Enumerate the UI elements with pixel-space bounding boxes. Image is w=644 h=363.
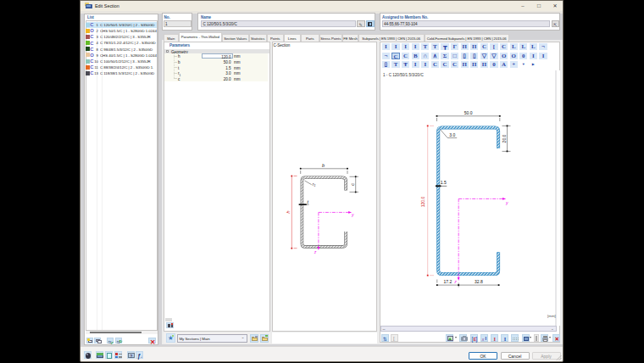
- svg-text:50.0: 50.0: [464, 110, 473, 115]
- svg-text:17.2: 17.2: [444, 279, 452, 284]
- svg-text:z: z: [453, 279, 457, 284]
- svg-text:20.0: 20.0: [502, 134, 507, 142]
- svg-text:y: y: [505, 200, 508, 205]
- svg-text:r1: r1: [312, 182, 315, 187]
- svg-text:t: t: [307, 198, 308, 204]
- svg-text:3.0: 3.0: [449, 132, 455, 137]
- svg-text:z: z: [313, 249, 316, 254]
- svg-text:32.8: 32.8: [475, 279, 483, 284]
- svg-text:b: b: [322, 163, 325, 168]
- svg-text:120.0: 120.0: [420, 197, 425, 208]
- svg-text:c: c: [349, 182, 354, 185]
- svg-text:y: y: [351, 212, 354, 217]
- svg-text:h: h: [286, 210, 291, 213]
- svg-text:1.5: 1.5: [441, 180, 447, 185]
